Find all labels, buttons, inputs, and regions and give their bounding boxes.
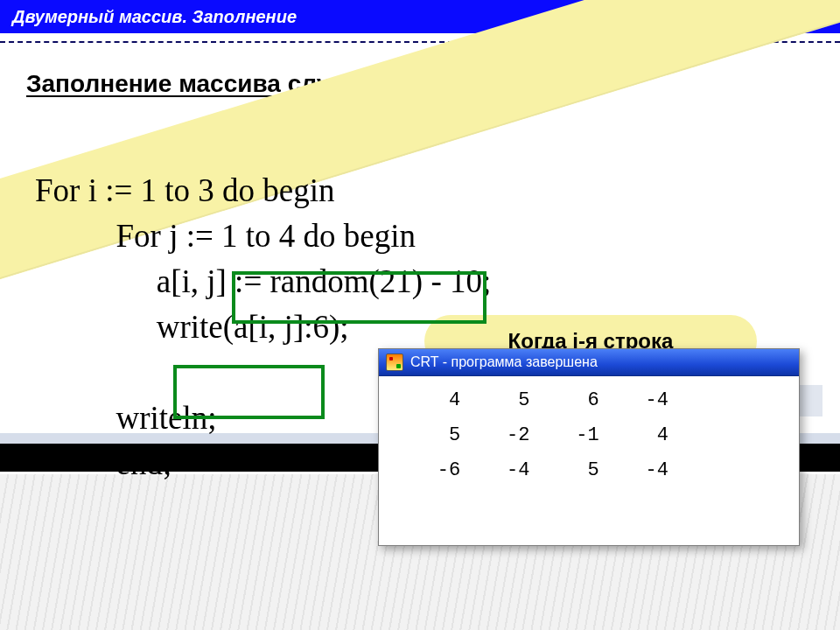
highlight-box-writeln — [173, 365, 325, 419]
crt-output-window[interactable]: CRT - программа завершена 4 5 6 -4 5 -2 … — [378, 348, 800, 546]
code-line-2: For j := 1 to 4 do begin — [35, 218, 416, 254]
crt-window-title: CRT - программа завершена — [410, 354, 598, 370]
highlight-box-write — [232, 271, 486, 324]
crt-output-body: 4 5 6 -4 5 -2 -1 4 -6 -4 5 -4 — [379, 376, 799, 495]
code-line-1: For i := 1 to 3 do begin — [35, 172, 335, 208]
code-line-6: end; — [35, 445, 172, 481]
slide-title: Двумерный массив. Заполнение — [12, 7, 297, 27]
crt-titlebar[interactable]: CRT - программа завершена — [379, 349, 799, 376]
app-icon — [386, 354, 403, 371]
